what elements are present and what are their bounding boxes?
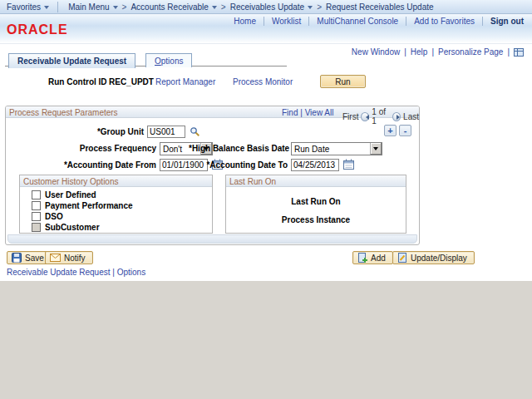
- tab-receivable-update-request[interactable]: Receivable Update Request: [8, 53, 135, 68]
- favorites-menu[interactable]: Favorites: [7, 2, 49, 12]
- breadcrumb-separator: >: [122, 2, 127, 12]
- subcustomer-checkbox: [32, 223, 41, 232]
- calendar-icon[interactable]: [343, 159, 354, 170]
- accounting-date-to-input[interactable]: [291, 159, 339, 171]
- breadcrumb-separator: >: [317, 2, 322, 12]
- add-row-button[interactable]: +: [384, 125, 397, 136]
- selected-value: Run Date: [294, 145, 368, 154]
- breadcrumb-label: Receivables Update: [230, 2, 305, 12]
- first-label: First: [342, 112, 358, 121]
- peoplesoft-page: Favorites Main Menu > Accounts Receivabl…: [0, 0, 532, 399]
- run-control-id-value: REC_UPDT: [109, 77, 154, 86]
- dropdown-arrow-icon[interactable]: [370, 143, 382, 155]
- separator: |: [300, 108, 303, 117]
- breadcrumb-label: Accounts Receivable: [131, 2, 208, 12]
- checkbox-label: SubCustomer: [45, 223, 100, 232]
- component-footer-links: Receivable Update Request | Options: [7, 268, 145, 277]
- notify-button[interactable]: Notify: [45, 251, 93, 264]
- last-run-on-box: Last Run On Last Run On Process Instance: [225, 175, 406, 234]
- separator: |: [431, 47, 434, 57]
- favorites-label: Favorites: [7, 2, 41, 12]
- high-balance-basis-date-label: *High Balance Basis Date: [189, 143, 288, 155]
- separator: |: [507, 47, 510, 57]
- button-label: Save: [25, 254, 44, 263]
- row-navigation: First 1 of 1 Last: [342, 107, 419, 126]
- last-label: Last: [403, 112, 419, 121]
- home-link[interactable]: Home: [226, 17, 264, 26]
- page-header: Home Worklist MultiChannel Console Add t…: [0, 14, 532, 44]
- personalize-page-link[interactable]: Personalize Page: [438, 47, 503, 57]
- lookup-magnifier-icon[interactable]: [190, 126, 200, 137]
- process-monitor-link[interactable]: Process Monitor: [233, 77, 293, 86]
- group-unit-input[interactable]: [147, 126, 185, 138]
- breadcrumb-separator: >: [221, 2, 226, 12]
- last-run-on-label: Last Run On: [226, 197, 406, 206]
- dropdown-caret-icon: [308, 6, 313, 12]
- next-row-icon[interactable]: [392, 112, 401, 121]
- find-viewall: Find | View All: [282, 108, 333, 117]
- page-info: 1 of 1: [372, 107, 390, 126]
- tab-options[interactable]: Options: [145, 53, 192, 67]
- breadcrumb-accounts-receivable[interactable]: Accounts Receivable: [131, 2, 216, 12]
- accounting-date-from-label: *Accounting Date From: [6, 160, 156, 171]
- dso-checkbox[interactable]: [32, 212, 41, 221]
- process-instance-label: Process Instance: [226, 215, 406, 224]
- footer-receivable-update-request-link[interactable]: Receivable Update Request: [7, 268, 111, 277]
- personalize-layout-icon[interactable]: [514, 48, 524, 57]
- high-balance-basis-date-select[interactable]: Run Date: [291, 142, 382, 155]
- group-box-header: Last Run On: [226, 175, 406, 187]
- save-floppy-icon: [12, 253, 22, 263]
- run-control-id-label: Run Control ID: [48, 77, 107, 86]
- breadcrumb-divider: [57, 2, 58, 12]
- group-box-header: Customer History Options: [20, 175, 212, 187]
- sign-out-link[interactable]: Sign out: [483, 17, 525, 26]
- previous-row-icon[interactable]: [361, 112, 369, 121]
- worklist-link[interactable]: Worklist: [264, 17, 309, 26]
- customer-history-options-box: Customer History Options User Defined Pa…: [19, 175, 213, 234]
- find-link[interactable]: Find: [282, 108, 298, 117]
- update-display-pencil-icon: [397, 253, 407, 263]
- header-links: Home Worklist MultiChannel Console Add t…: [226, 17, 525, 26]
- button-label: Notify: [64, 254, 86, 263]
- tab-label: Receivable Update Request: [17, 57, 126, 66]
- view-all-link[interactable]: View All: [305, 108, 334, 117]
- help-link[interactable]: Help: [411, 47, 428, 57]
- breadcrumb-current-page: Request Receivables Update: [326, 2, 434, 12]
- payment-performance-checkbox[interactable]: [32, 201, 41, 210]
- checkbox-label: DSO: [45, 212, 63, 221]
- footer-options-link[interactable]: Options: [117, 268, 145, 277]
- separator: |: [404, 47, 406, 57]
- group-box-title: Process Request Parameters: [9, 108, 118, 117]
- add-to-favorites-link[interactable]: Add to Favorites: [406, 17, 483, 26]
- new-window-link[interactable]: New Window: [352, 47, 400, 57]
- group-box-title: Customer History Options: [23, 177, 118, 186]
- page-utility-links: New Window | Help | Personalize Page |: [352, 47, 524, 57]
- notify-envelope-icon: [50, 254, 61, 262]
- breadcrumb: Favorites Main Menu > Accounts Receivabl…: [0, 0, 532, 14]
- group-unit-label: *Group Unit: [6, 126, 144, 138]
- group-box-header: Process Request Parameters Find | View A…: [6, 106, 419, 118]
- add-button[interactable]: Add: [352, 251, 393, 264]
- multichannel-console-link[interactable]: MultiChannel Console: [309, 17, 406, 26]
- add-plus-icon: [357, 253, 367, 263]
- main-menu[interactable]: Main Menu: [68, 2, 117, 12]
- report-manager-link[interactable]: Report Manager: [155, 77, 215, 86]
- button-label: Add: [371, 254, 386, 263]
- separator: |: [112, 268, 115, 277]
- dropdown-caret-icon: [44, 6, 49, 12]
- button-label: Update/Display: [411, 254, 467, 263]
- process-frequency-label: Process Frequency: [6, 143, 156, 155]
- checkbox-label: User Defined: [45, 190, 96, 200]
- accounting-date-to-label: *Accounting Date To: [189, 160, 288, 171]
- breadcrumb-receivables-update[interactable]: Receivables Update: [230, 2, 313, 12]
- run-button[interactable]: Run: [320, 75, 366, 88]
- checkbox-label: Payment Performance: [45, 201, 133, 210]
- delete-row-button[interactable]: -: [399, 125, 411, 136]
- empty-area: [0, 281, 532, 399]
- oracle-logo: ORACLE: [7, 22, 68, 37]
- group-box-footer: [7, 234, 417, 244]
- dropdown-caret-icon: [113, 6, 118, 12]
- subcustomer-option: SubCustomer: [32, 223, 100, 232]
- update-display-button[interactable]: Update/Display: [392, 251, 475, 264]
- user-defined-checkbox[interactable]: [32, 190, 41, 200]
